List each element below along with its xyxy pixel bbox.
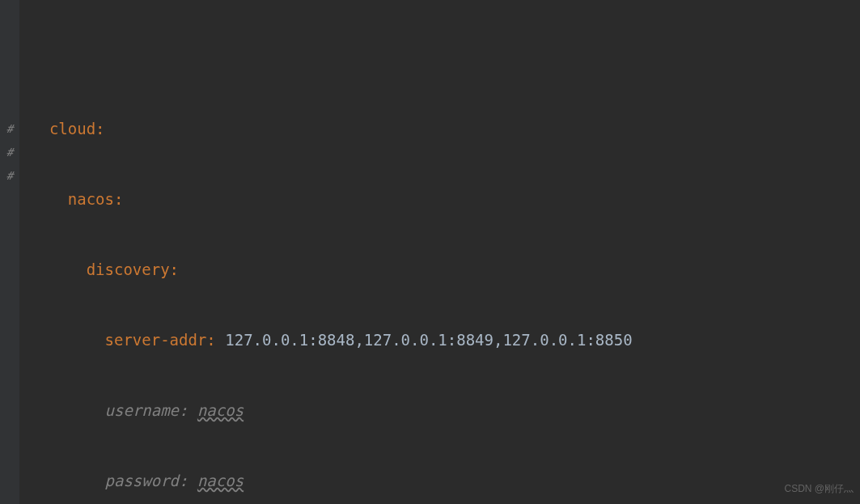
gutter: # # # [0,0,19,504]
code-line: nacos: [19,188,860,211]
comment: password: nacos [31,472,244,489]
yaml-key: cloud [49,120,95,138]
code-line [19,47,860,70]
code-line: cloud: [19,117,860,141]
yaml-key: server-addr [105,331,207,349]
code-editor[interactable]: cloud: nacos: discovery: server-addr: 12… [19,0,860,504]
yaml-key: discovery [87,260,170,278]
yaml-key: nacos [68,190,114,208]
code-line: server-addr: 127.0.0.1:8848,127.0.0.1:88… [19,328,860,352]
yaml-value: 127.0.0.1:8848,127.0.0.1:8849,127.0.0.1:… [225,331,632,349]
code-line: discovery: [19,258,860,282]
comment: username: nacos [31,401,244,419]
gutter-comment-mark: # [0,141,19,164]
watermark: CSDN @刚仔灬 [784,477,854,501]
gutter-comment-mark: # [0,117,19,141]
gutter-comment-mark: # [0,164,19,188]
code-line-commented: password: nacos [19,469,860,493]
code-line-commented: username: nacos [19,399,860,422]
